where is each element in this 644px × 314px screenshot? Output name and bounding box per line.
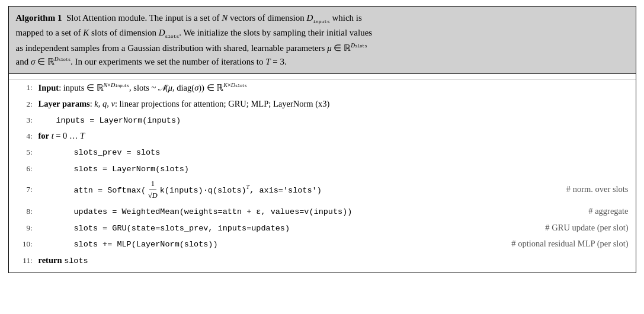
- algorithm-description: Slot Attention module. The input is a se…: [16, 13, 373, 66]
- line-content-1: Input: inputs ∈ ℝN×Dinputs, slots ~ 𝒩(μ,…: [39, 81, 629, 95]
- algo-line-6: 6: slots = LayerNorm(slots): [9, 161, 636, 177]
- line-content-9: slots = GRU(state=slots_prev, inputs=upd…: [39, 221, 534, 235]
- algo-line-10: 10: slots += MLP(LayerNorm(slots)) # opt…: [9, 236, 636, 252]
- algo-line-3: 3: inputs = LayerNorm(inputs): [9, 112, 636, 129]
- line-9-comment: # GRU update (per slot): [545, 221, 628, 235]
- line-number-8: 8:: [16, 206, 33, 218]
- line-number-5: 5:: [16, 146, 33, 159]
- line-content-8: updates = WeightedMean(weights=attn + ε,…: [39, 204, 577, 219]
- line-number-11: 11:: [16, 255, 33, 267]
- algo-line-7: 7: attn = Softmax(1√Dk(inputs)·q(slots)T…: [9, 177, 636, 204]
- line-content-5: slots_prev = slots: [39, 145, 629, 159]
- line-content-3: inputs = LayerNorm(inputs): [39, 113, 629, 127]
- line-content-2: Layer params: k, q, v: linear projection…: [39, 97, 629, 111]
- line-number-10: 10:: [16, 238, 33, 251]
- algo-line-2: 2: Layer params: k, q, v: linear project…: [9, 96, 636, 112]
- line-content-6: slots = LayerNorm(slots): [39, 162, 629, 176]
- algo-line-5: 5: slots_prev = slots: [9, 144, 636, 161]
- line-number-1: 1:: [16, 82, 33, 94]
- line-content-10: slots += MLP(LayerNorm(slots)): [39, 237, 500, 251]
- line-number-3: 3:: [16, 114, 33, 127]
- line-content-4: for t = 0 … T: [39, 129, 629, 143]
- algo-line-9: 9: slots = GRU(state=slots_prev, inputs=…: [9, 220, 636, 236]
- line-7-comment: # norm. over slots: [566, 182, 629, 196]
- algorithm-box: Algorithm 1 Slot Attention module. The i…: [8, 6, 636, 273]
- line-content-7: attn = Softmax(1√Dk(inputs)·q(slots)T, a…: [39, 178, 555, 203]
- line-8-comment: # aggregate: [588, 204, 628, 218]
- algo-line-1: 1: Input: inputs ∈ ℝN×Dinputs, slots ~ 𝒩…: [9, 79, 636, 96]
- algorithm-title: Algorithm 1: [16, 13, 62, 23]
- line-number-9: 9:: [16, 222, 33, 235]
- algo-line-11: 11: return slots: [9, 252, 636, 269]
- line-number-2: 2:: [16, 98, 33, 111]
- line-number-6: 6:: [16, 163, 33, 175]
- algo-line-4: 4: for t = 0 … T: [9, 128, 636, 144]
- line-content-11: return slots: [39, 254, 629, 268]
- algo-line-8: 8: updates = WeightedMean(weights=attn +…: [9, 203, 636, 220]
- algorithm-header: Algorithm 1 Slot Attention module. The i…: [9, 7, 636, 74]
- algorithm-body: 1: Input: inputs ∈ ℝN×Dinputs, slots ~ 𝒩…: [9, 74, 636, 273]
- line-number-7: 7:: [16, 184, 33, 196]
- line-10-comment: # optional residual MLP (per slot): [511, 237, 628, 251]
- line-number-4: 4:: [16, 130, 33, 143]
